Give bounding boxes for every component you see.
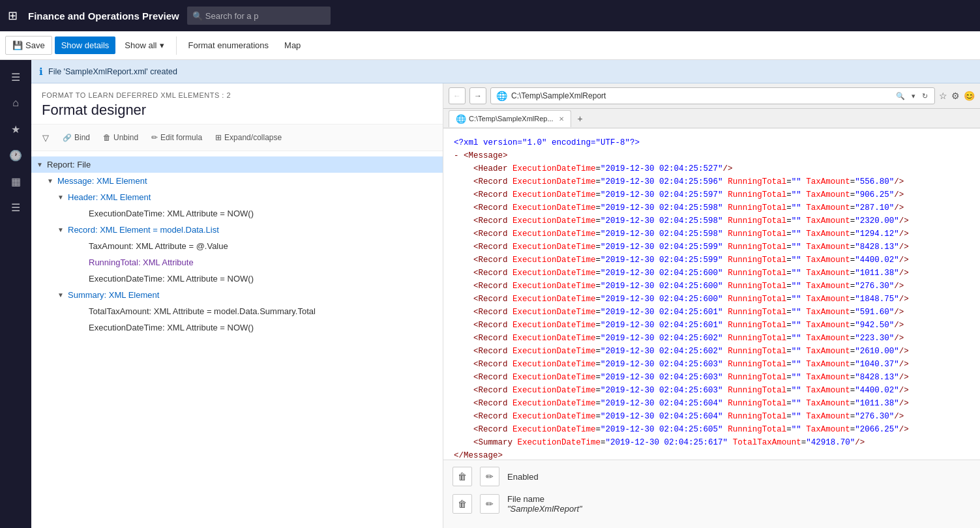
- enabled-field-row: 🗑 ✏ Enabled: [453, 467, 971, 486]
- xml-summary: <Summary ExecutionDateTime="2019-12-30 0…: [454, 436, 970, 449]
- enabled-delete-button[interactable]: 🗑: [453, 467, 472, 486]
- tree-item-summary-execdt[interactable]: ExecutionDateTime: XML Attribute = NOW(): [31, 319, 443, 336]
- tree-arrow-report: ▼: [37, 161, 47, 168]
- edit-icon: ✏: [151, 133, 158, 142]
- search-input[interactable]: [187, 7, 331, 25]
- filename-field-row: 🗑 ✏ File name "SampleXmlReport": [453, 494, 971, 514]
- filename-value: "SampleXmlReport": [507, 504, 582, 514]
- xml-record-12: <Record ExecutionDateTime="2019-12-30 02…: [454, 319, 970, 332]
- notification-message: File 'SampleXmlReport.xml' created: [48, 67, 177, 76]
- browser-chrome: ← → 🌐 C:\Temp\SampleXmlReport 🔍 ▾ ↻ ☆ ⚙ …: [443, 83, 980, 109]
- grid-icon[interactable]: ⊞: [8, 8, 18, 23]
- xml-content: <?xml version="1.0" encoding="UTF-8"?> -…: [443, 128, 980, 460]
- xml-record-1: <Record ExecutionDateTime="2019-12-30 02…: [454, 175, 970, 188]
- format-enumerations-button[interactable]: Format enumerations: [182, 37, 276, 54]
- panel-header: FORMAT TO LEARN DEFERRED XML ELEMENTS : …: [31, 83, 443, 125]
- unbind-icon: 🗑: [103, 133, 111, 142]
- xml-record-19: <Record ExecutionDateTime="2019-12-30 02…: [454, 410, 970, 423]
- xml-record-15: <Record ExecutionDateTime="2019-12-30 02…: [454, 358, 970, 371]
- browser-address-icon: 🌐: [496, 91, 507, 101]
- xml-record-13: <Record ExecutionDateTime="2019-12-30 02…: [454, 332, 970, 345]
- xml-message-open: - <Message>: [454, 149, 970, 162]
- tab-label-1: C:\Temp\SampleXmlRep...: [469, 115, 554, 123]
- tree-item-summary[interactable]: ▼ Summary: XML Element: [31, 287, 443, 303]
- browser-back-button[interactable]: ←: [449, 87, 466, 104]
- enabled-edit-button[interactable]: ✏: [480, 467, 499, 486]
- bind-button[interactable]: 🔗 Bind: [57, 130, 95, 145]
- tree-item-runningtotal[interactable]: RunningTotal: XML Attribute: [31, 254, 443, 271]
- refresh-btn[interactable]: ↻: [921, 92, 929, 100]
- nav-workspaces[interactable]: ▦: [4, 169, 27, 193]
- favorites-star-icon[interactable]: ☆: [939, 91, 947, 101]
- expand-collapse-button[interactable]: ⊞ Expand/collapse: [210, 130, 287, 145]
- nav-hamburger[interactable]: ☰: [4, 65, 27, 89]
- tree-arrow-header: ▼: [57, 194, 68, 201]
- xml-record-16: <Record ExecutionDateTime="2019-12-30 02…: [454, 371, 970, 384]
- show-all-button[interactable]: Show all ▾: [118, 37, 170, 54]
- tab-close-1[interactable]: ✕: [559, 115, 564, 123]
- browser-gear-icon[interactable]: ⚙: [951, 91, 960, 101]
- xml-record-3: <Record ExecutionDateTime="2019-12-30 02…: [454, 201, 970, 214]
- xml-record-14: <Record ExecutionDateTime="2019-12-30 02…: [454, 345, 970, 358]
- unbind-button[interactable]: 🗑 Unbind: [98, 130, 143, 145]
- nav-modules[interactable]: ☰: [4, 196, 27, 219]
- xml-message-close: </Message>: [454, 449, 970, 460]
- browser-forward-button[interactable]: →: [469, 87, 486, 104]
- panel-subtitle: FORMAT TO LEARN DEFERRED XML ELEMENTS : …: [42, 91, 432, 99]
- nav-home[interactable]: ⌂: [4, 91, 27, 115]
- panel-title: Format designer: [42, 102, 432, 119]
- xml-record-17: <Record ExecutionDateTime="2019-12-30 02…: [454, 384, 970, 397]
- filename-label: File name: [507, 494, 582, 504]
- format-designer-panel: FORMAT TO LEARN DEFERRED XML ELEMENTS : …: [31, 83, 443, 528]
- enabled-label: Enabled: [507, 472, 539, 482]
- tree-area: ▼ Report: File ▼ Message: XML Element ▼ …: [31, 151, 443, 528]
- xml-record-2: <Record ExecutionDateTime="2019-12-30 02…: [454, 188, 970, 201]
- xml-record-11: <Record ExecutionDateTime="2019-12-30 02…: [454, 306, 970, 319]
- filter-icon[interactable]: ▽: [37, 128, 55, 147]
- new-tab-button[interactable]: +: [572, 111, 588, 126]
- tree-item-message[interactable]: ▼ Message: XML Element: [31, 173, 443, 189]
- tree-item-taxamount[interactable]: TaxAmount: XML Attribute = @.Value: [31, 238, 443, 254]
- xml-record-18: <Record ExecutionDateTime="2019-12-30 02…: [454, 397, 970, 410]
- browser-address-bar[interactable]: 🌐 C:\Temp\SampleXmlReport 🔍 ▾ ↻: [490, 87, 935, 104]
- xml-preview-panel: ← → 🌐 C:\Temp\SampleXmlReport 🔍 ▾ ↻ ☆ ⚙ …: [443, 83, 980, 528]
- tree-item-header[interactable]: ▼ Header: XML Element: [31, 189, 443, 205]
- xml-record-20: <Record ExecutionDateTime="2019-12-30 02…: [454, 423, 970, 436]
- tree-arrow-summary: ▼: [57, 291, 68, 299]
- tree-item-record-execdt[interactable]: ExecutionDateTime: XML Attribute = NOW(): [31, 271, 443, 287]
- xml-record-6: <Record ExecutionDateTime="2019-12-30 02…: [454, 241, 970, 254]
- xml-declaration: <?xml version="1.0" encoding="UTF-8"?>: [454, 136, 970, 149]
- toolbar-separator: [176, 37, 177, 55]
- browser-tab-1[interactable]: 🌐 C:\Temp\SampleXmlRep... ✕: [449, 110, 571, 127]
- save-icon: 💾: [12, 40, 23, 50]
- nav-recent[interactable]: 🕐: [4, 143, 27, 167]
- bind-icon: 🔗: [63, 134, 72, 142]
- xml-record-7: <Record ExecutionDateTime="2019-12-30 02…: [454, 254, 970, 267]
- chevron-down-icon: ▾: [160, 40, 164, 50]
- main-toolbar: 💾 Save Show details Show all ▾ Format en…: [0, 31, 980, 60]
- main-area: FORMAT TO LEARN DEFERRED XML ELEMENTS : …: [31, 83, 980, 528]
- save-button[interactable]: 💾 Save: [5, 36, 52, 55]
- xml-record-5: <Record ExecutionDateTime="2019-12-30 02…: [454, 227, 970, 241]
- tree-item-report[interactable]: ▼ Report: File: [31, 156, 443, 173]
- app-title: Finance and Operations Preview: [28, 10, 179, 22]
- filename-edit-button[interactable]: ✏: [480, 494, 499, 514]
- tree-item-totaltax[interactable]: TotalTaxAmount: XML Attribute = model.Da…: [31, 303, 443, 319]
- tree-item-header-execdt[interactable]: ExecutionDateTime: XML Attribute = NOW(): [31, 205, 443, 222]
- nav-favorites[interactable]: ★: [4, 117, 27, 141]
- show-details-button[interactable]: Show details: [55, 37, 116, 54]
- expand-icon: ⊞: [215, 133, 222, 142]
- format-toolbar: ▽ 🔗 Bind 🗑 Unbind ✏ Edit formula ⊞ Expan…: [31, 125, 443, 151]
- edit-formula-button[interactable]: ✏ Edit formula: [146, 130, 207, 145]
- map-button[interactable]: Map: [278, 37, 307, 54]
- notification-bar: ℹ File 'SampleXmlReport.xml' created: [31, 60, 980, 83]
- xml-record-4: <Record ExecutionDateTime="2019-12-30 02…: [454, 214, 970, 227]
- xml-record-10: <Record ExecutionDateTime="2019-12-30 02…: [454, 293, 970, 306]
- filename-delete-button[interactable]: 🗑: [453, 494, 472, 514]
- dropdown-address-btn[interactable]: ▾: [910, 92, 917, 100]
- browser-address-text: C:\Temp\SampleXmlReport: [511, 91, 891, 100]
- search-address-btn[interactable]: 🔍: [895, 92, 906, 100]
- left-nav: ☰ ⌂ ★ 🕐 ▦ ☰: [0, 60, 31, 528]
- bottom-fields-panel: 🗑 ✏ Enabled 🗑 ✏ File name "SampleXmlRepo…: [443, 460, 980, 528]
- tree-item-record[interactable]: ▼ Record: XML Element = model.Data.List: [31, 222, 443, 238]
